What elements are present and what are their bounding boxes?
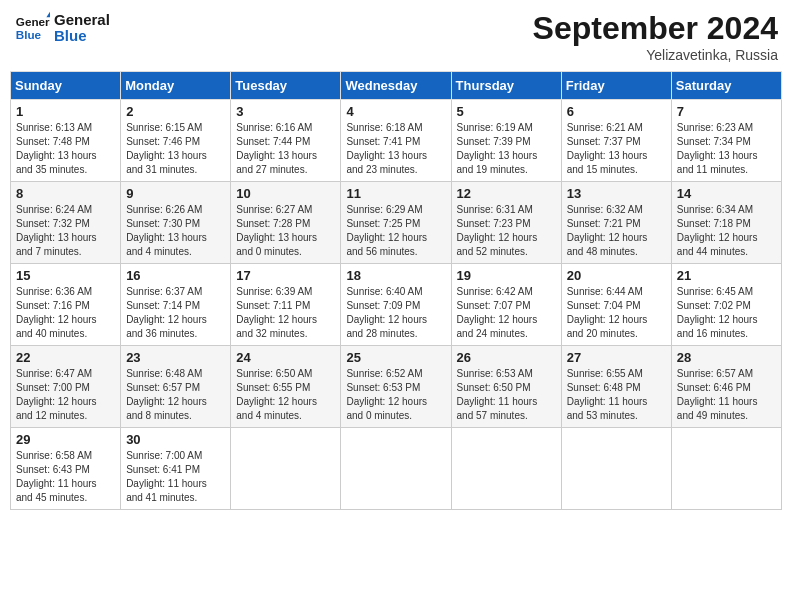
location: Yelizavetinka, Russia	[533, 47, 778, 63]
logo-text-general: General	[54, 12, 110, 29]
day-number: 15	[16, 268, 115, 283]
calendar-week-row: 29 Sunrise: 6:58 AMSunset: 6:43 PMDaylig…	[11, 428, 782, 510]
calendar-day-cell: 13 Sunrise: 6:32 AMSunset: 7:21 PMDaylig…	[561, 182, 671, 264]
day-info: Sunrise: 6:44 AMSunset: 7:04 PMDaylight:…	[567, 286, 648, 339]
calendar-day-cell: 20 Sunrise: 6:44 AMSunset: 7:04 PMDaylig…	[561, 264, 671, 346]
calendar-week-row: 15 Sunrise: 6:36 AMSunset: 7:16 PMDaylig…	[11, 264, 782, 346]
calendar-day-cell: 9 Sunrise: 6:26 AMSunset: 7:30 PMDayligh…	[121, 182, 231, 264]
title-block: September 2024 Yelizavetinka, Russia	[533, 10, 778, 63]
calendar-day-cell: 18 Sunrise: 6:40 AMSunset: 7:09 PMDaylig…	[341, 264, 451, 346]
calendar-day-cell: 25 Sunrise: 6:52 AMSunset: 6:53 PMDaylig…	[341, 346, 451, 428]
calendar-day-cell: 6 Sunrise: 6:21 AMSunset: 7:37 PMDayligh…	[561, 100, 671, 182]
col-friday: Friday	[561, 72, 671, 100]
day-info: Sunrise: 6:39 AMSunset: 7:11 PMDaylight:…	[236, 286, 317, 339]
calendar-day-cell: 1 Sunrise: 6:13 AMSunset: 7:48 PMDayligh…	[11, 100, 121, 182]
day-number: 25	[346, 350, 445, 365]
day-info: Sunrise: 6:50 AMSunset: 6:55 PMDaylight:…	[236, 368, 317, 421]
logo-text-blue: Blue	[54, 28, 110, 45]
calendar-day-cell: 24 Sunrise: 6:50 AMSunset: 6:55 PMDaylig…	[231, 346, 341, 428]
day-info: Sunrise: 6:24 AMSunset: 7:32 PMDaylight:…	[16, 204, 97, 257]
day-number: 3	[236, 104, 335, 119]
day-info: Sunrise: 6:42 AMSunset: 7:07 PMDaylight:…	[457, 286, 538, 339]
day-number: 22	[16, 350, 115, 365]
day-info: Sunrise: 6:53 AMSunset: 6:50 PMDaylight:…	[457, 368, 538, 421]
day-info: Sunrise: 6:45 AMSunset: 7:02 PMDaylight:…	[677, 286, 758, 339]
calendar-week-row: 8 Sunrise: 6:24 AMSunset: 7:32 PMDayligh…	[11, 182, 782, 264]
calendar-day-cell: 2 Sunrise: 6:15 AMSunset: 7:46 PMDayligh…	[121, 100, 231, 182]
day-info: Sunrise: 6:16 AMSunset: 7:44 PMDaylight:…	[236, 122, 317, 175]
calendar-day-cell: 27 Sunrise: 6:55 AMSunset: 6:48 PMDaylig…	[561, 346, 671, 428]
day-number: 2	[126, 104, 225, 119]
calendar-table: Sunday Monday Tuesday Wednesday Thursday…	[10, 71, 782, 510]
day-info: Sunrise: 6:52 AMSunset: 6:53 PMDaylight:…	[346, 368, 427, 421]
calendar-week-row: 22 Sunrise: 6:47 AMSunset: 7:00 PMDaylig…	[11, 346, 782, 428]
day-info: Sunrise: 6:36 AMSunset: 7:16 PMDaylight:…	[16, 286, 97, 339]
calendar-week-row: 1 Sunrise: 6:13 AMSunset: 7:48 PMDayligh…	[11, 100, 782, 182]
calendar-day-cell: 22 Sunrise: 6:47 AMSunset: 7:00 PMDaylig…	[11, 346, 121, 428]
day-number: 26	[457, 350, 556, 365]
day-number: 16	[126, 268, 225, 283]
day-number: 17	[236, 268, 335, 283]
day-info: Sunrise: 6:23 AMSunset: 7:34 PMDaylight:…	[677, 122, 758, 175]
day-info: Sunrise: 6:32 AMSunset: 7:21 PMDaylight:…	[567, 204, 648, 257]
calendar-day-cell: 4 Sunrise: 6:18 AMSunset: 7:41 PMDayligh…	[341, 100, 451, 182]
day-number: 19	[457, 268, 556, 283]
day-number: 23	[126, 350, 225, 365]
day-number: 27	[567, 350, 666, 365]
day-number: 6	[567, 104, 666, 119]
calendar-day-cell: 3 Sunrise: 6:16 AMSunset: 7:44 PMDayligh…	[231, 100, 341, 182]
calendar-day-cell	[451, 428, 561, 510]
day-info: Sunrise: 6:58 AMSunset: 6:43 PMDaylight:…	[16, 450, 97, 503]
day-info: Sunrise: 6:47 AMSunset: 7:00 PMDaylight:…	[16, 368, 97, 421]
col-saturday: Saturday	[671, 72, 781, 100]
calendar-day-cell: 11 Sunrise: 6:29 AMSunset: 7:25 PMDaylig…	[341, 182, 451, 264]
day-number: 8	[16, 186, 115, 201]
day-number: 28	[677, 350, 776, 365]
day-info: Sunrise: 6:31 AMSunset: 7:23 PMDaylight:…	[457, 204, 538, 257]
day-number: 14	[677, 186, 776, 201]
col-thursday: Thursday	[451, 72, 561, 100]
calendar-header-row: Sunday Monday Tuesday Wednesday Thursday…	[11, 72, 782, 100]
calendar-day-cell: 21 Sunrise: 6:45 AMSunset: 7:02 PMDaylig…	[671, 264, 781, 346]
day-number: 12	[457, 186, 556, 201]
day-info: Sunrise: 6:40 AMSunset: 7:09 PMDaylight:…	[346, 286, 427, 339]
day-info: Sunrise: 6:34 AMSunset: 7:18 PMDaylight:…	[677, 204, 758, 257]
calendar-day-cell	[671, 428, 781, 510]
day-info: Sunrise: 6:21 AMSunset: 7:37 PMDaylight:…	[567, 122, 648, 175]
day-info: Sunrise: 6:48 AMSunset: 6:57 PMDaylight:…	[126, 368, 207, 421]
col-sunday: Sunday	[11, 72, 121, 100]
month-title: September 2024	[533, 10, 778, 47]
day-number: 13	[567, 186, 666, 201]
day-info: Sunrise: 6:29 AMSunset: 7:25 PMDaylight:…	[346, 204, 427, 257]
day-info: Sunrise: 7:00 AMSunset: 6:41 PMDaylight:…	[126, 450, 207, 503]
calendar-day-cell: 30 Sunrise: 7:00 AMSunset: 6:41 PMDaylig…	[121, 428, 231, 510]
day-info: Sunrise: 6:19 AMSunset: 7:39 PMDaylight:…	[457, 122, 538, 175]
calendar-day-cell: 7 Sunrise: 6:23 AMSunset: 7:34 PMDayligh…	[671, 100, 781, 182]
calendar-day-cell: 16 Sunrise: 6:37 AMSunset: 7:14 PMDaylig…	[121, 264, 231, 346]
day-info: Sunrise: 6:27 AMSunset: 7:28 PMDaylight:…	[236, 204, 317, 257]
col-tuesday: Tuesday	[231, 72, 341, 100]
calendar-day-cell	[231, 428, 341, 510]
calendar-day-cell: 26 Sunrise: 6:53 AMSunset: 6:50 PMDaylig…	[451, 346, 561, 428]
day-number: 21	[677, 268, 776, 283]
day-info: Sunrise: 6:13 AMSunset: 7:48 PMDaylight:…	[16, 122, 97, 175]
day-number: 20	[567, 268, 666, 283]
calendar-day-cell	[341, 428, 451, 510]
logo-icon: General Blue	[14, 10, 50, 46]
day-info: Sunrise: 6:26 AMSunset: 7:30 PMDaylight:…	[126, 204, 207, 257]
calendar-day-cell: 12 Sunrise: 6:31 AMSunset: 7:23 PMDaylig…	[451, 182, 561, 264]
calendar-day-cell: 17 Sunrise: 6:39 AMSunset: 7:11 PMDaylig…	[231, 264, 341, 346]
day-info: Sunrise: 6:55 AMSunset: 6:48 PMDaylight:…	[567, 368, 648, 421]
day-number: 5	[457, 104, 556, 119]
day-info: Sunrise: 6:18 AMSunset: 7:41 PMDaylight:…	[346, 122, 427, 175]
calendar-day-cell	[561, 428, 671, 510]
day-number: 7	[677, 104, 776, 119]
calendar-day-cell: 19 Sunrise: 6:42 AMSunset: 7:07 PMDaylig…	[451, 264, 561, 346]
day-info: Sunrise: 6:15 AMSunset: 7:46 PMDaylight:…	[126, 122, 207, 175]
calendar-day-cell: 5 Sunrise: 6:19 AMSunset: 7:39 PMDayligh…	[451, 100, 561, 182]
day-number: 18	[346, 268, 445, 283]
svg-text:General: General	[16, 15, 50, 28]
calendar-day-cell: 23 Sunrise: 6:48 AMSunset: 6:57 PMDaylig…	[121, 346, 231, 428]
svg-text:Blue: Blue	[16, 28, 42, 41]
day-info: Sunrise: 6:57 AMSunset: 6:46 PMDaylight:…	[677, 368, 758, 421]
